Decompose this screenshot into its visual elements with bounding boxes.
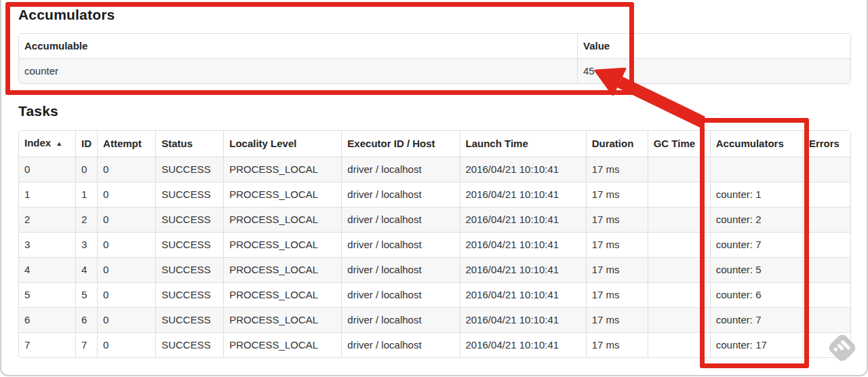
table-cell: counter: 1	[710, 182, 803, 207]
table-cell: 17 ms	[586, 182, 648, 207]
table-cell: PROCESS_LOCAL	[223, 157, 341, 182]
table-cell: PROCESS_LOCAL	[223, 207, 341, 232]
table-cell: SUCCESS	[155, 257, 223, 282]
column-label: Status	[161, 138, 193, 149]
table-cell: PROCESS_LOCAL	[223, 282, 341, 307]
table-cell: counter	[19, 58, 577, 83]
table-row: 220SUCCESSPROCESS_LOCALdriver / localhos…	[19, 207, 850, 232]
table-cell: counter: 6	[710, 282, 803, 307]
table-row: 550SUCCESSPROCESS_LOCALdriver / localhos…	[19, 282, 850, 307]
table-cell: 0	[75, 157, 97, 182]
table-row: 660SUCCESSPROCESS_LOCALdriver / localhos…	[19, 307, 850, 332]
table-row: counter45	[19, 58, 850, 83]
table-cell: 0	[97, 257, 155, 282]
column-header-id[interactable]: ID	[75, 131, 97, 157]
table-cell: counter: 7	[710, 232, 803, 257]
table-cell: 6	[19, 307, 75, 332]
column-header-value[interactable]: Value	[577, 34, 850, 58]
table-cell: 7	[19, 332, 75, 357]
column-header-accumulable[interactable]: Accumulable	[19, 34, 577, 58]
column-header-duration[interactable]: Duration	[586, 131, 648, 157]
column-label: Locality Level	[229, 138, 296, 149]
table-cell: 0	[97, 157, 155, 182]
table-cell	[803, 157, 850, 182]
table-cell: 17 ms	[586, 282, 648, 307]
table-cell	[648, 282, 710, 307]
table-cell: driver / localhost	[341, 232, 459, 257]
header-row: AccumulableValue	[19, 34, 850, 58]
column-header-executor-id-host[interactable]: Executor ID / Host	[341, 131, 459, 157]
table-cell: SUCCESS	[155, 282, 223, 307]
column-header-index[interactable]: Index▲	[19, 131, 75, 157]
table-cell: 2	[19, 207, 75, 232]
table-cell: 2016/04/21 10:10:41	[460, 307, 586, 332]
table-cell: 5	[19, 282, 75, 307]
table-cell: counter: 2	[710, 207, 803, 232]
table-row: 330SUCCESSPROCESS_LOCALdriver / localhos…	[19, 232, 850, 257]
table-cell	[648, 182, 710, 207]
table-row: 770SUCCESSPROCESS_LOCALdriver / localhos…	[19, 332, 850, 357]
spark-ui-stage-page: Accumulators AccumulableValuecounter45 T…	[0, 0, 868, 377]
column-label: Duration	[592, 138, 634, 149]
table-cell: driver / localhost	[341, 332, 459, 357]
table-cell	[803, 282, 850, 307]
table-cell	[803, 207, 850, 232]
table-cell	[803, 307, 850, 332]
table-cell	[710, 157, 803, 182]
table-cell: 0	[97, 307, 155, 332]
column-label: Accumulable	[24, 40, 87, 52]
column-header-launch-time[interactable]: Launch Time	[460, 131, 586, 157]
table-cell: 17 ms	[586, 232, 648, 257]
column-header-attempt[interactable]: Attempt	[97, 131, 155, 157]
column-label: ID	[81, 138, 92, 149]
table-cell	[648, 307, 710, 332]
tasks-table-frame: Index▲IDAttemptStatusLocality LevelExecu…	[18, 130, 851, 358]
header-row: Index▲IDAttemptStatusLocality LevelExecu…	[19, 131, 850, 157]
table-cell: 2016/04/21 10:10:41	[460, 282, 586, 307]
table-cell: PROCESS_LOCAL	[223, 232, 341, 257]
column-label: GC Time	[654, 138, 695, 149]
table-cell: counter: 5	[710, 257, 803, 282]
column-label: Value	[583, 40, 610, 52]
column-label: Executor ID / Host	[347, 138, 435, 149]
column-header-errors[interactable]: Errors	[803, 131, 850, 157]
table-cell: 1	[19, 182, 75, 207]
table-cell: 2016/04/21 10:10:41	[460, 232, 586, 257]
accumulators-table-frame: AccumulableValuecounter45	[18, 33, 851, 84]
table-cell: 6	[75, 307, 97, 332]
column-header-locality-level[interactable]: Locality Level	[223, 131, 341, 157]
table-cell	[648, 257, 710, 282]
table-cell: 2016/04/21 10:10:41	[460, 182, 586, 207]
column-header-status[interactable]: Status	[155, 131, 223, 157]
column-label: Index	[24, 137, 51, 148]
table-row: 110SUCCESSPROCESS_LOCALdriver / localhos…	[19, 182, 850, 207]
accumulators-section-title: Accumulators	[18, 7, 115, 23]
table-cell: 17 ms	[586, 207, 648, 232]
table-cell	[803, 182, 850, 207]
table-cell	[803, 232, 850, 257]
accumulators-table: AccumulableValuecounter45	[19, 34, 850, 83]
column-header-gc-time[interactable]: GC Time	[648, 131, 710, 157]
table-cell: 2016/04/21 10:10:41	[460, 332, 586, 357]
table-cell: 17 ms	[586, 257, 648, 282]
table-cell: 7	[75, 332, 97, 357]
table-cell: 1	[75, 182, 97, 207]
table-cell: PROCESS_LOCAL	[223, 307, 341, 332]
table-cell: driver / localhost	[341, 257, 459, 282]
table-cell: counter: 17	[710, 332, 803, 357]
table-cell: 2016/04/21 10:10:41	[460, 257, 586, 282]
table-cell: 17 ms	[586, 157, 648, 182]
table-cell	[803, 332, 850, 357]
table-cell: counter: 7	[710, 307, 803, 332]
tasks-table: Index▲IDAttemptStatusLocality LevelExecu…	[19, 131, 850, 357]
table-cell: PROCESS_LOCAL	[223, 257, 341, 282]
tasks-section-title: Tasks	[18, 103, 58, 119]
table-cell: 0	[97, 207, 155, 232]
table-cell: PROCESS_LOCAL	[223, 332, 341, 357]
table-row: 000SUCCESSPROCESS_LOCALdriver / localhos…	[19, 157, 850, 182]
table-cell: SUCCESS	[155, 157, 223, 182]
table-cell: 4	[75, 257, 97, 282]
column-header-accumulators[interactable]: Accumulators	[710, 131, 803, 157]
table-cell: SUCCESS	[155, 182, 223, 207]
table-cell: 0	[97, 232, 155, 257]
